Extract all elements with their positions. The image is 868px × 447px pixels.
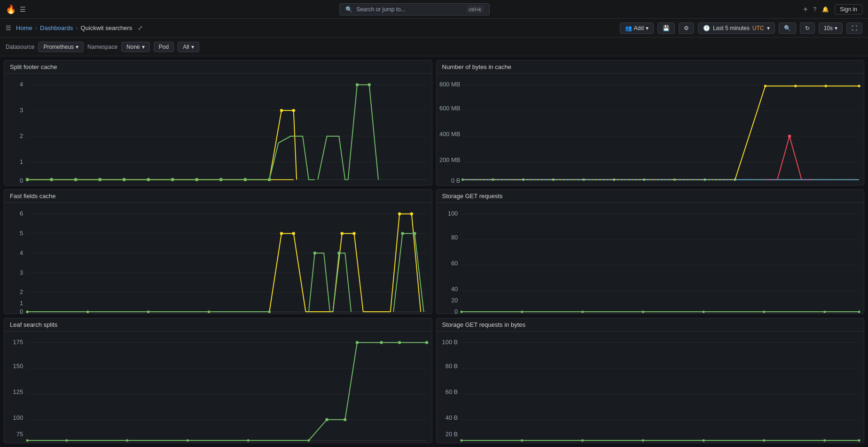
- namespace-label: Namespace: [87, 44, 117, 50]
- svg-text:80 B: 80 B: [445, 363, 457, 370]
- refresh-rate-button[interactable]: 10s ▾: [819, 23, 843, 34]
- leaf-chart: 175 150 125 100 75: [6, 333, 430, 443]
- svg-point-142: [858, 310, 860, 313]
- svg-text:100: 100: [13, 414, 23, 421]
- svg-text:40: 40: [451, 285, 457, 292]
- svg-point-170: [344, 418, 346, 422]
- svg-point-165: [126, 439, 128, 442]
- settings-button[interactable]: ⚙: [679, 23, 694, 34]
- sign-in-button[interactable]: Sign in: [835, 4, 862, 15]
- svg-text:6: 6: [20, 210, 23, 217]
- share-icon[interactable]: ⤢: [138, 24, 143, 31]
- svg-text:3: 3: [20, 107, 23, 114]
- panel-body-storage-bytes: 100 B 80 B 60 B 40 B 20 B: [437, 331, 864, 443]
- panel-title-fast-fields: Fast fields cache: [4, 190, 432, 203]
- plus-icon[interactable]: +: [803, 5, 807, 14]
- svg-point-28: [147, 178, 149, 181]
- panel-body-leaf: 175 150 125 100 75: [4, 331, 432, 443]
- fullscreen-icon: ⛶: [852, 25, 857, 31]
- clock-icon: 🕐: [703, 25, 710, 31]
- svg-text:1: 1: [20, 299, 23, 306]
- svg-point-106: [86, 310, 89, 313]
- datasource-label: Datasource: [6, 44, 34, 50]
- svg-point-169: [325, 418, 328, 422]
- svg-point-174: [425, 341, 428, 345]
- svg-text:5: 5: [20, 230, 23, 237]
- svg-point-113: [413, 232, 416, 235]
- svg-point-22: [292, 109, 295, 112]
- svg-point-171: [356, 341, 359, 345]
- breadcrumb-bar: ☰ Home › Dashboards › Quickwit searchers…: [0, 19, 868, 38]
- svg-point-70: [788, 135, 790, 138]
- panel-leaf-search: Leaf search splits 175 150 125 100 75: [4, 318, 432, 443]
- svg-text:2: 2: [20, 288, 23, 295]
- svg-point-32: [243, 178, 246, 181]
- breadcrumb-dashboards[interactable]: Dashboards: [40, 24, 73, 31]
- svg-point-173: [398, 341, 401, 345]
- zoom-out-button[interactable]: 🔍: [779, 23, 796, 34]
- grafana-logo[interactable]: 🔥: [6, 4, 16, 15]
- svg-point-198: [641, 439, 644, 442]
- menu-hamburger-icon[interactable]: ☰: [6, 24, 11, 31]
- add-button[interactable]: 👥 Add ▾: [620, 23, 654, 34]
- time-range-picker[interactable]: 🕐 Last 5 minutes UTC ▾: [698, 23, 775, 34]
- save-button[interactable]: 💾: [657, 23, 675, 34]
- svg-point-68: [824, 85, 827, 87]
- panel-body-split-footer: 4 3 2 1 0: [4, 74, 432, 185]
- svg-point-67: [794, 85, 797, 87]
- breadcrumb-sep2: ›: [76, 24, 78, 31]
- search-bar[interactable]: 🔍 Search or jump to... ctrl+k: [339, 3, 490, 15]
- svg-point-199: [702, 439, 704, 442]
- svg-point-138: [641, 310, 644, 313]
- svg-point-102: [352, 232, 355, 235]
- fast-fields-chart: 6 5 4 3 2 1 0: [6, 205, 430, 315]
- chevron-down-icon: ▾: [646, 25, 649, 31]
- svg-point-105: [26, 310, 28, 313]
- svg-point-66: [764, 85, 766, 87]
- svg-text:0: 0: [20, 308, 23, 314]
- panel-storage-bytes: Storage GET requests in bytes 100 B 80 B…: [436, 318, 865, 443]
- svg-text:75: 75: [16, 431, 23, 438]
- pod-filter[interactable]: Pod: [154, 42, 174, 52]
- pod-value-filter[interactable]: All ▾: [178, 42, 199, 52]
- storage-get-chart: 100 80 60 40 20 0: [438, 205, 862, 315]
- svg-point-201: [823, 439, 826, 442]
- question-icon[interactable]: ?: [813, 6, 817, 13]
- svg-point-135: [460, 310, 462, 313]
- menu-icon[interactable]: ☰: [20, 6, 26, 13]
- svg-text:200 MB: 200 MB: [439, 156, 460, 163]
- search-placeholder: Search or jump to...: [356, 6, 406, 13]
- svg-point-107: [147, 310, 149, 313]
- svg-point-34: [356, 83, 359, 86]
- svg-text:0: 0: [454, 308, 458, 314]
- breadcrumb-sep1: ›: [35, 24, 37, 31]
- add-icon: 👥: [625, 25, 632, 31]
- datasource-filter[interactable]: Prometheus ▾: [38, 42, 84, 52]
- pod-chevron: ▾: [191, 44, 194, 50]
- storage-bytes-chart: 100 B 80 B 60 B 40 B 20 B: [438, 333, 862, 443]
- svg-text:0: 0: [20, 177, 23, 184]
- svg-text:4: 4: [20, 81, 23, 88]
- nav-center: 🔍 Search or jump to... ctrl+k: [339, 3, 490, 15]
- bell-icon[interactable]: 🔔: [822, 6, 829, 13]
- breadcrumb-home[interactable]: Home: [16, 24, 32, 31]
- svg-text:2: 2: [20, 132, 23, 139]
- panel-title-leaf: Leaf search splits: [4, 318, 432, 331]
- panel-bytes-in-cache: Number of bytes in cache 800 MB 600 MB 4…: [436, 60, 865, 185]
- svg-text:60 B: 60 B: [445, 388, 457, 395]
- svg-text:125: 125: [13, 388, 23, 395]
- namespace-filter[interactable]: None ▾: [121, 42, 150, 52]
- svg-point-111: [337, 251, 340, 254]
- zoom-out-icon: 🔍: [784, 25, 791, 31]
- namespace-chevron: ▾: [142, 44, 145, 50]
- svg-point-168: [307, 439, 310, 442]
- svg-point-137: [581, 310, 583, 313]
- svg-point-30: [195, 178, 198, 181]
- svg-text:150: 150: [13, 363, 23, 370]
- bytes-chart: 800 MB 600 MB 400 MB 200 MB 0 B: [438, 76, 862, 185]
- svg-point-29: [171, 178, 174, 181]
- refresh-button[interactable]: ↻: [800, 23, 815, 34]
- svg-point-23: [26, 178, 29, 181]
- fullscreen-button[interactable]: ⛶: [846, 23, 862, 34]
- search-shortcut: ctrl+k: [467, 6, 484, 13]
